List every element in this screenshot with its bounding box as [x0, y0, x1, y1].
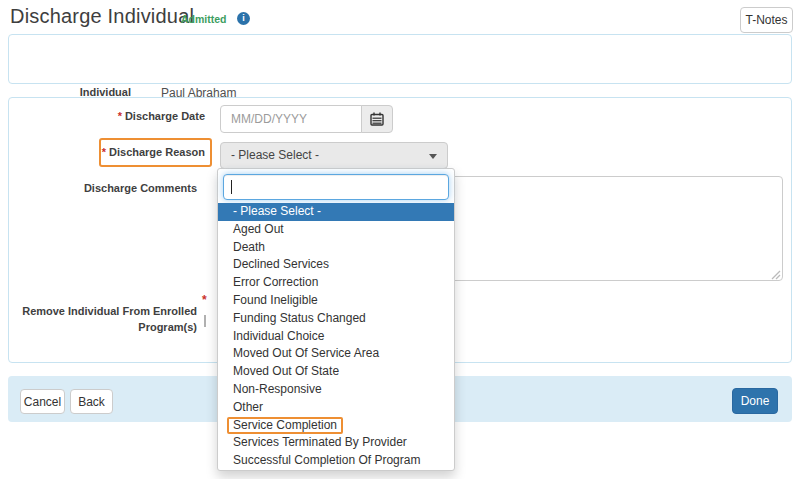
dropdown-option[interactable]: Funding Status Changed — [218, 310, 454, 328]
discharge-reason-select[interactable]: - Please Select - — [220, 142, 448, 169]
discharge-reason-label: *Discharge Reason — [8, 146, 205, 158]
discharge-individual-page: Discharge Individual Admitted i T-Notes … — [0, 0, 800, 479]
dropdown-options-list: - Please Select - Aged Out Death Decline… — [218, 203, 454, 470]
dropdown-option[interactable]: Other — [218, 399, 454, 417]
discharge-comments-label: Discharge Comments — [8, 182, 197, 194]
dropdown-option[interactable]: Successful Completion Of Program — [218, 452, 454, 470]
status-badge: Admitted — [181, 13, 227, 25]
required-asterisk: * — [102, 146, 106, 158]
dropdown-option[interactable]: Aged Out — [218, 221, 454, 239]
dropdown-option[interactable]: Declined Services — [218, 256, 454, 274]
dropdown-option[interactable]: Services Terminated By Provider — [218, 434, 454, 452]
remove-programs-label: Remove Individual From Enrolled Program(… — [8, 303, 197, 335]
required-asterisk-partially-hidden: * — [202, 293, 207, 307]
calendar-button[interactable] — [361, 105, 393, 133]
discharge-reason-selected-value: - Please Select - — [231, 148, 319, 162]
dropdown-option[interactable]: Non-Responsive — [218, 381, 454, 399]
text-cursor — [231, 180, 232, 194]
discharge-date-label: *Discharge Date — [8, 110, 205, 122]
dropdown-option[interactable]: - Please Select - — [218, 203, 454, 221]
remove-programs-checkbox-sliver — [204, 315, 206, 327]
tnotes-button[interactable]: T-Notes — [740, 7, 793, 33]
individual-panel: Individual Paul Abraham — [8, 34, 792, 84]
page-title: Discharge Individual — [10, 5, 194, 28]
cancel-button[interactable]: Cancel — [20, 389, 65, 414]
back-button[interactable]: Back — [70, 389, 113, 414]
calendar-icon — [370, 112, 384, 126]
dropdown-search-input[interactable] — [223, 174, 449, 200]
dropdown-option[interactable]: Individual Choice — [218, 328, 454, 346]
chevron-down-icon — [429, 154, 437, 159]
required-asterisk: * — [118, 110, 122, 122]
dropdown-option[interactable]: Moved Out Of State — [218, 363, 454, 381]
discharge-date-input[interactable] — [220, 105, 362, 133]
discharge-reason-dropdown: - Please Select - Aged Out Death Decline… — [217, 168, 455, 471]
dropdown-option[interactable]: Death — [218, 239, 454, 257]
done-button[interactable]: Done — [732, 388, 778, 414]
dropdown-option[interactable]: Moved Out Of Service Area — [218, 345, 454, 363]
dropdown-option[interactable]: Error Correction — [218, 274, 454, 292]
info-icon[interactable]: i — [237, 12, 250, 25]
dropdown-option[interactable]: Service Completion — [218, 417, 454, 435]
dropdown-option[interactable]: Found Ineligible — [218, 292, 454, 310]
